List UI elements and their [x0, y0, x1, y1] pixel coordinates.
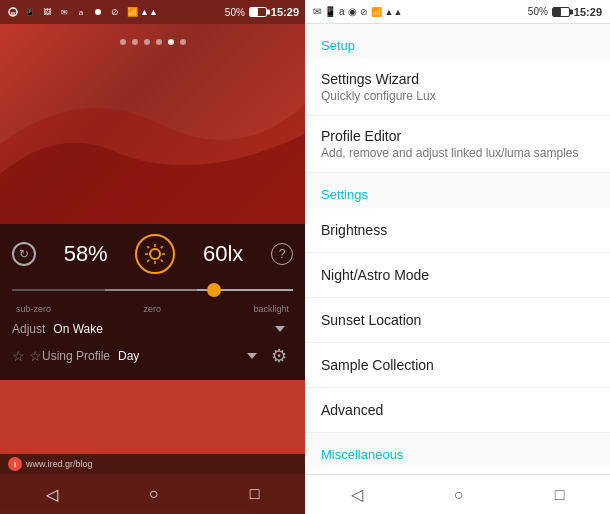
- signal-icon: ▲▲: [142, 5, 156, 19]
- svg-point-3: [150, 249, 160, 259]
- wallpaper-top: [0, 24, 305, 224]
- widget-row-2: Adjust On Wake: [12, 322, 293, 336]
- brightness-slider[interactable]: [12, 280, 293, 300]
- status-bar-left: w 📱 🖼 ✉ a ⊘ 📶 ▲▲ 50% 15:29: [0, 0, 305, 24]
- mail-icon: ✉: [57, 5, 71, 19]
- home-button-left[interactable]: ○: [149, 485, 159, 503]
- menu-item-advanced[interactable]: Advanced: [305, 388, 610, 433]
- whatsapp-status-right: ✉: [313, 6, 321, 17]
- battery-icon-right: [552, 7, 570, 17]
- profile-dropdown-arrow[interactable]: [247, 353, 257, 359]
- adjust-dropdown-arrow[interactable]: [275, 326, 285, 332]
- lux-right: ◉: [348, 6, 357, 17]
- profile-value: Day: [118, 349, 247, 363]
- using-profile-label: Using Profile: [42, 349, 110, 363]
- dot-6: [180, 39, 186, 45]
- status-icons-left: w 📱 🖼 ✉ a ⊘ 📶 ▲▲: [6, 5, 156, 19]
- section-header-miscellaneous: Miscellaneous: [305, 433, 610, 468]
- url-bar: i www.ired.gr/blog: [0, 454, 305, 474]
- signal-right: ▲▲: [385, 7, 403, 17]
- amazon-icon: a: [74, 5, 88, 19]
- menu-item-night-astro[interactable]: Night/Astro Mode: [305, 253, 610, 298]
- menu-item-sunset-location[interactable]: Sunset Location: [305, 298, 610, 343]
- battery-icon-left: [249, 7, 267, 17]
- wifi-icon: 📶: [125, 5, 139, 19]
- adjust-label: Adjust: [12, 322, 45, 336]
- whatsapp-status-icon: w: [6, 5, 20, 19]
- svg-text:w: w: [10, 10, 16, 16]
- recents-button-left[interactable]: □: [250, 485, 260, 503]
- star-icon-2: ☆: [29, 348, 42, 364]
- slider-label-zero: zero: [143, 304, 161, 314]
- left-panel: w 📱 🖼 ✉ a ⊘ 📶 ▲▲ 50% 15:29: [0, 0, 305, 514]
- lux-widget: ↻ 58% 60lx ?: [0, 224, 305, 380]
- home-button-right[interactable]: ○: [454, 486, 464, 504]
- profile-editor-subtitle: Add, remove and adjust linked lux/luma s…: [321, 146, 594, 160]
- browser-icon: i: [8, 457, 22, 471]
- lux-value: 60lx: [203, 241, 243, 267]
- widget-row-3: ☆ ☆ Using Profile Day ⚙: [12, 342, 293, 370]
- slider-thumb[interactable]: [207, 283, 221, 297]
- battery-percent-right: 50%: [528, 6, 548, 17]
- settings-wizard-subtitle: Quickly configure Lux: [321, 89, 594, 103]
- menu-item-settings-wizard[interactable]: Settings Wizard Quickly configure Lux: [305, 59, 610, 116]
- sun-icon[interactable]: [135, 234, 175, 274]
- url-text: www.ired.gr/blog: [26, 459, 93, 469]
- dot-4: [156, 39, 162, 45]
- nav-bar-right: ◁ ○ □: [305, 474, 610, 514]
- time-left: 15:29: [271, 6, 299, 18]
- star-icon-1: ☆: [12, 348, 25, 364]
- status-bar-right: ✉ 📱 a ◉ ⊘ 📶 ▲▲ 50% 15:29: [305, 0, 610, 24]
- dot-5-active: [168, 39, 174, 45]
- slider-label-backlight: backlight: [253, 304, 289, 314]
- menu-item-brightness[interactable]: Brightness: [305, 208, 610, 253]
- slider-labels: sub-zero zero backlight: [12, 304, 293, 314]
- page-dots: [120, 39, 186, 45]
- time-right: 15:29: [574, 6, 602, 18]
- amazon-right: a: [339, 6, 345, 17]
- profile-editor-title: Profile Editor: [321, 128, 594, 144]
- svg-line-10: [161, 246, 163, 248]
- svg-point-2: [95, 9, 101, 15]
- settings-wizard-title: Settings Wizard: [321, 71, 594, 87]
- wifi-right: 📶: [371, 7, 382, 17]
- lux-icon: [91, 5, 105, 19]
- recents-button-right[interactable]: □: [555, 486, 565, 504]
- slider-track: [12, 289, 293, 291]
- sd-icon: 🖼: [40, 5, 54, 19]
- svg-line-11: [148, 260, 150, 262]
- menu-content: Setup Settings Wizard Quickly configure …: [305, 24, 610, 474]
- svg-line-9: [161, 260, 163, 262]
- adjust-value: On Wake: [53, 322, 275, 336]
- dot-3: [144, 39, 150, 45]
- notification-icon: 📱: [23, 5, 37, 19]
- nav-bar-left: ◁ ○ □: [0, 474, 305, 514]
- dot-1: [120, 39, 126, 45]
- gear-icon[interactable]: ⚙: [265, 342, 293, 370]
- help-icon[interactable]: ?: [271, 243, 293, 265]
- right-panel: ✉ 📱 a ◉ ⊘ 📶 ▲▲ 50% 15:29 Setup Settings …: [305, 0, 610, 514]
- dot-2: [132, 39, 138, 45]
- section-header-settings: Settings: [305, 173, 610, 208]
- refresh-icon[interactable]: ↻: [12, 242, 36, 266]
- menu-item-profile-editor[interactable]: Profile Editor Add, remove and adjust li…: [305, 116, 610, 173]
- back-button-left[interactable]: ◁: [46, 485, 58, 504]
- dnd-icon: ⊘: [108, 5, 122, 19]
- star-icons: ☆ ☆: [12, 348, 42, 364]
- back-button-right[interactable]: ◁: [351, 485, 363, 504]
- section-header-setup: Setup: [305, 24, 610, 59]
- slider-label-subzero: sub-zero: [16, 304, 51, 314]
- menu-item-sample-collection[interactable]: Sample Collection: [305, 343, 610, 388]
- notification-right: 📱: [324, 6, 336, 17]
- widget-row-1: ↻ 58% 60lx ?: [12, 234, 293, 274]
- svg-line-8: [148, 246, 150, 248]
- brightness-percentage: 58%: [64, 241, 108, 267]
- status-icons-right: ✉ 📱 a ◉ ⊘ 📶 ▲▲: [313, 6, 402, 17]
- battery-percent-left: 50%: [225, 7, 245, 18]
- dnd-right: ⊘: [360, 7, 368, 17]
